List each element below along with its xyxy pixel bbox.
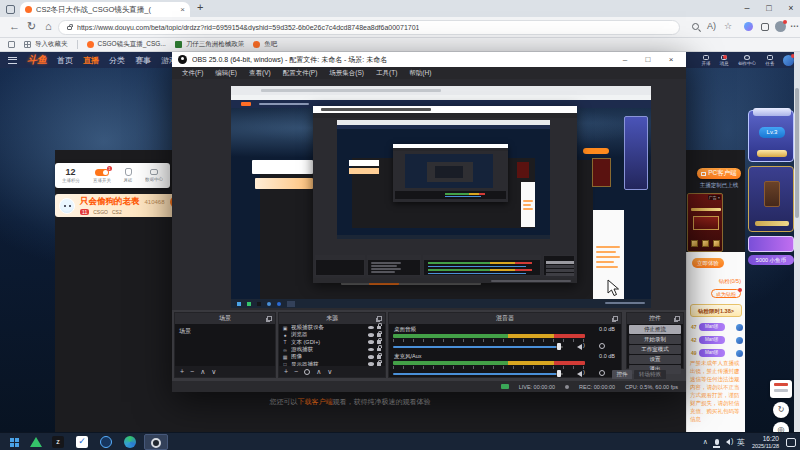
source-row[interactable]: ●浏览器 [279,331,385,338]
popout-icon[interactable] [613,316,618,321]
controls-dock-tab[interactable]: 控件 [612,370,632,379]
creator-center-button[interactable]: 创作中心 [737,55,757,66]
visibility-eye-icon[interactable] [368,348,374,352]
widget-button[interactable] [755,221,789,226]
notification-center-icon[interactable] [786,438,796,447]
menu-file[interactable]: 文件(F) [176,69,209,78]
experience-button[interactable]: 立即体验 [692,258,724,268]
become-diamond-button[interactable]: 成为钻粉 [711,289,741,298]
browser-tab[interactable]: CS2冬日大作战_CSGO镜头直播_( × [20,2,190,17]
collections-icon[interactable] [8,41,15,48]
zoom-icon[interactable] [692,23,699,30]
start-recording-button[interactable]: 开始录制 [629,335,681,344]
widget-button[interactable] [757,150,787,157]
source-row[interactable]: ▦图像 [279,353,385,360]
scrollbar-thumb[interactable] [795,88,799,218]
visibility-eye-icon[interactable] [368,340,374,344]
menu-tools[interactable]: 工具(T) [370,69,403,78]
speaker-icon[interactable] [726,439,730,445]
back-icon[interactable]: ← [9,20,20,32]
app-icon-z[interactable]: z [52,436,64,448]
volume-slider[interactable] [393,373,563,375]
read-aloud-icon[interactable]: A) [707,21,716,31]
app-icon-clock[interactable] [100,436,112,448]
ad-close-icon[interactable]: × [718,195,720,200]
move-source-up-button[interactable]: ∧ [316,368,321,376]
bookmark-csgo[interactable]: CSGO镜头直播_CSG... [87,40,166,49]
tab-search-icon[interactable] [6,5,15,14]
browser-minimize-button[interactable]: – [737,0,757,16]
popout-icon[interactable] [675,316,680,321]
promo-widget-chest[interactable] [748,166,794,232]
start-broadcast-button[interactable]: 开播 [701,55,711,66]
popout-icon[interactable] [267,316,272,321]
edge-taskbar-icon[interactable] [124,436,136,448]
remove-source-button[interactable]: − [294,368,298,375]
address-bar[interactable]: https://www.douyu.com/beta/topic/drdzz?r… [58,20,680,35]
tray-caret-icon[interactable]: ∧ [703,438,708,446]
refresh-float-button[interactable]: ↻ [773,402,789,418]
user-avatar[interactable] [783,55,794,66]
ad-card[interactable]: 广告× [687,193,723,252]
nav-esports[interactable]: 赛事 [135,55,151,66]
app-icon-check[interactable]: ✓ [76,436,88,448]
add-scene-button[interactable]: + [180,368,184,375]
ime-indicator[interactable]: 英 [737,437,745,448]
toggle-icon[interactable]: 1 [95,169,109,176]
rank-button[interactable]: 月榜 [123,168,133,183]
float-quality-button[interactable] [770,380,792,398]
clock[interactable]: 16:20 2025/11/28 [752,435,779,448]
game-tag[interactable]: CS2 [112,209,122,215]
bookmark-yuba[interactable]: 鱼吧 [253,40,277,49]
browser-maximize-button[interactable]: □ [759,0,779,16]
obs-taskbar-icon[interactable] [144,434,168,450]
nav-live[interactable]: 直播 [83,55,99,66]
channel-gear-icon[interactable] [599,370,605,376]
visibility-eye-icon[interactable] [368,355,374,359]
page-scrollbar[interactable] [794,52,800,432]
copilot-icon[interactable] [744,22,753,31]
popout-icon[interactable] [377,316,382,321]
nav-home[interactable]: 首页 [57,55,73,66]
live-switch[interactable]: 1 直播开关 [92,169,112,183]
douyu-logo[interactable]: 斗鱼 [27,53,47,67]
obs-preview-canvas[interactable] [172,79,686,310]
speaker-icon[interactable] [577,344,582,350]
scene-list-item[interactable]: 场景 [175,324,275,339]
lock-icon[interactable] [377,340,381,344]
more-menu-icon[interactable]: … [790,19,799,29]
lock-icon[interactable] [377,333,381,337]
obs-titlebar[interactable]: OBS 25.0.8 (64-bit, windows) - 配置文件: 未命名… [172,52,686,67]
channel-gear-icon[interactable] [599,343,605,349]
remove-scene-button[interactable]: − [190,368,194,375]
source-row[interactable]: ▣视频捕获设备 [279,324,385,331]
menu-help[interactable]: 帮助(H) [403,69,437,78]
move-source-down-button[interactable]: ∨ [327,368,332,376]
visibility-eye-icon[interactable] [368,326,374,330]
add-source-button[interactable]: + [284,368,288,375]
menu-profile[interactable]: 配置文件(P) [277,69,324,78]
obs-float-button[interactable]: ◎ [773,422,789,432]
category-tag[interactable]: CSGO [93,209,108,215]
browser-close-button[interactable]: × [781,0,800,16]
slider-handle[interactable] [557,370,561,377]
move-scene-up-button[interactable]: ∧ [200,368,205,376]
start-button[interactable] [10,438,14,442]
nav-category[interactable]: 分类 [109,55,125,66]
download-client-link[interactable]: 下载客户端 [298,398,333,405]
lock-icon[interactable] [377,348,381,352]
microphone-icon[interactable] [715,439,719,445]
lock-icon[interactable] [377,326,381,330]
tasks-button[interactable]: 任务 [765,55,775,66]
menu-scene-collection[interactable]: 场景集合(S) [323,69,370,78]
obs-close-button[interactable]: × [662,55,680,64]
source-properties-gear-icon[interactable] [304,369,310,375]
transitions-dock-tab[interactable]: 转场特效 [634,370,666,379]
favorite-star-icon[interactable]: ☆ [724,21,732,31]
data-center-button[interactable]: 数据中心 [144,169,164,182]
refresh-icon[interactable]: ↻ [27,20,36,33]
volume-slider[interactable] [393,346,563,348]
messages-button[interactable]: 消息 [719,55,729,66]
pc-client-button[interactable]: PC客户端 [697,168,741,179]
tab-close-icon[interactable]: × [180,5,185,14]
